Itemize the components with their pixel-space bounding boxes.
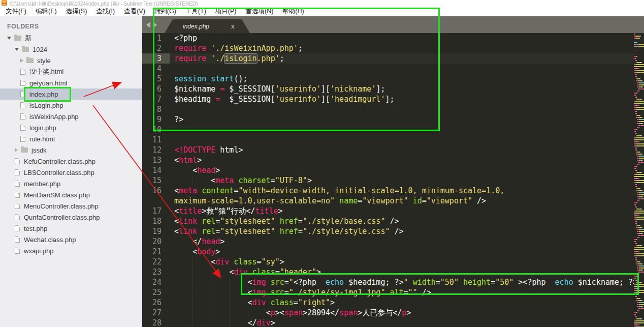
sidebar-item-wxapi.php[interactable]: wxapi.php — [0, 245, 142, 256]
code-line[interactable]: 18<link rel="stylesheet" href="./style/b… — [142, 216, 644, 226]
sidebar-item-style[interactable]: style — [0, 55, 142, 66]
sidebar-item-mendiansm.class.php[interactable]: MenDianSM.class.php — [0, 189, 142, 200]
code-line[interactable]: 7$headimg = $_SESSION['userinfo']['headi… — [142, 94, 644, 104]
menu-item-查看v[interactable]: 查看(V) — [119, 7, 150, 16]
line-number[interactable] — [142, 196, 170, 206]
sidebar-item-index.php[interactable]: index.php — [0, 88, 142, 100]
menu-item-选择s[interactable]: 选择(S) — [61, 7, 92, 16]
sidebar-item-新[interactable]: 新 — [0, 33, 142, 44]
code-line[interactable]: 4 — [142, 64, 644, 74]
line-number[interactable]: 7 — [142, 94, 170, 104]
code-line[interactable]: 6$nickname = $_SESSION['userinfo']['nick… — [142, 84, 644, 94]
code-line[interactable]: 27<p><span>28094</span>人已参与</p> — [142, 308, 644, 318]
line-number[interactable]: 20 — [142, 236, 170, 247]
code-line[interactable]: 28</div> — [142, 318, 644, 327]
menu-item-项目p[interactable]: 项目(P) — [211, 7, 241, 16]
code-line[interactable]: 19<link rel="stylesheet" href="./style/s… — [142, 226, 644, 236]
line-number[interactable]: 26 — [142, 298, 170, 308]
line-number[interactable]: 24 — [142, 277, 170, 287]
sidebar-item-wechat.class.php[interactable]: Wechat.class.php — [0, 234, 142, 245]
menu-item-帮助h[interactable]: 帮助(H) — [278, 7, 308, 16]
line-number[interactable]: 25 — [142, 287, 170, 298]
sidebar-item-islogin.php[interactable]: isLogin.php — [0, 100, 142, 111]
menu-item-首选项n[interactable]: 首选项(N) — [241, 7, 278, 16]
tab-close-icon[interactable]: x — [231, 23, 235, 29]
code-line[interactable]: 15<meta charset="UTF-8"> — [142, 175, 644, 186]
line-number[interactable]: 27 — [142, 308, 170, 318]
code-line[interactable]: 24<img src="<?php echo $headimg; ?>" wid… — [142, 277, 644, 287]
code-line[interactable]: 13<html> — [142, 155, 644, 165]
line-number[interactable]: 11 — [142, 135, 170, 145]
line-number[interactable]: 14 — [142, 165, 170, 175]
code-line[interactable]: 10 — [142, 125, 644, 135]
code-line[interactable]: 11 — [142, 135, 644, 145]
line-number[interactable]: 13 — [142, 155, 170, 165]
line-number[interactable]: 12 — [142, 145, 170, 155]
line-number[interactable]: 16 — [142, 186, 170, 196]
code-line[interactable]: 9?> — [142, 114, 644, 125]
line-number[interactable]: 6 — [142, 84, 170, 94]
chevron-right-icon[interactable] — [20, 58, 23, 63]
line-number[interactable]: 21 — [142, 247, 170, 257]
code-token — [408, 196, 413, 205]
code-line[interactable]: 3require './isLogin.php'; — [142, 53, 644, 64]
code-line[interactable]: 22<div class="sy"> — [142, 257, 644, 267]
line-number[interactable]: 5 — [142, 74, 170, 84]
sidebar-item-lbscontroller.class.php[interactable]: LBSController.class.php — [0, 167, 142, 178]
sidebar-item-login.php[interactable]: login.php — [0, 122, 142, 133]
code-line[interactable]: maximum-scale=1.0,user-scalable=no" name… — [142, 196, 644, 206]
line-number[interactable]: 18 — [142, 216, 170, 226]
line-number[interactable]: 8 — [142, 104, 170, 114]
menu-item-工具t[interactable]: 工具(T) — [181, 7, 211, 16]
code-line[interactable]: 17<title>救“猿”行动</title> — [142, 206, 644, 216]
code-line[interactable]: 14<head> — [142, 165, 644, 175]
code-line[interactable]: 21<body> — [142, 247, 644, 257]
line-number[interactable]: 28 — [142, 318, 170, 327]
tab-index-php[interactable]: index.php x — [165, 19, 250, 33]
chevron-down-icon[interactable] — [15, 48, 19, 51]
code-token: > — [278, 206, 283, 216]
code-line[interactable]: 2require './isWeixinApp.php'; — [142, 43, 644, 53]
code-line[interactable]: 16<meta content="width=device-width, ini… — [142, 186, 644, 196]
line-number[interactable]: 19 — [142, 226, 170, 236]
minimap[interactable] — [634, 33, 644, 327]
line-number[interactable]: 9 — [142, 114, 170, 125]
line-number[interactable]: 3 — [142, 53, 170, 64]
code-line[interactable]: 12<!DOCTYPE html> — [142, 145, 644, 155]
code-line[interactable]: 26<div class="right"> — [142, 298, 644, 308]
sidebar-item-isweixinapp.php[interactable]: isWeixinApp.php — [0, 111, 142, 122]
menu-item-编辑e[interactable]: 编辑(E) — [31, 7, 61, 16]
line-number[interactable]: 4 — [142, 64, 170, 74]
line-number[interactable]: 17 — [142, 206, 170, 216]
chevron-right-icon[interactable] — [15, 148, 18, 152]
menu-item-查找i[interactable]: 查找(I) — [91, 7, 119, 16]
menu-item-文件f[interactable]: 文件(F) — [1, 7, 31, 16]
sidebar-item-getyuan.html[interactable]: getyuan.html — [0, 77, 142, 88]
code-line[interactable]: 25<img src="./style/sy-img1.jpg" alt="" … — [142, 287, 644, 298]
line-number[interactable]: 23 — [142, 267, 170, 277]
code-line[interactable]: 20</head> — [142, 236, 644, 247]
line-number[interactable]: 1 — [142, 33, 170, 43]
code-line[interactable]: 8 — [142, 104, 644, 114]
sidebar-item-1024[interactable]: 1024 — [0, 44, 142, 55]
sidebar-item-member.php[interactable]: member.php — [0, 178, 142, 189]
code-area[interactable]: 1<?php2require './isWeixinApp.php';3requ… — [142, 33, 644, 327]
next-tab-icon[interactable] — [153, 22, 157, 28]
sidebar-item-menucontroller.class.php[interactable]: MenuController.class.php — [0, 200, 142, 212]
code-line[interactable]: 1<?php — [142, 33, 644, 43]
line-number[interactable]: 15 — [142, 175, 170, 186]
sidebar-item-没中奖.html[interactable]: 没中奖.html — [0, 66, 142, 77]
menu-item-转到g[interactable]: 转到(G) — [150, 7, 181, 16]
line-number[interactable]: 22 — [142, 257, 170, 267]
line-number[interactable]: 2 — [142, 43, 170, 53]
sidebar-item-test.php[interactable]: test.php — [0, 223, 142, 234]
chevron-down-icon[interactable] — [7, 37, 11, 40]
code-line[interactable]: 23<div class="header"> — [142, 267, 644, 277]
prev-tab-icon[interactable] — [146, 22, 150, 28]
sidebar-item-rule.html[interactable]: rule.html — [0, 133, 142, 144]
sidebar-item-jssdk[interactable]: jssdk — [0, 144, 142, 156]
sidebar-item-qunfacontroller.class.php[interactable]: QunfaController.class.php — [0, 212, 142, 223]
sidebar-item-kefucontroller.class.php[interactable]: KefuController.class.php — [0, 156, 142, 167]
code-line[interactable]: 5session_start(); — [142, 74, 644, 84]
line-number[interactable]: 10 — [142, 125, 170, 135]
